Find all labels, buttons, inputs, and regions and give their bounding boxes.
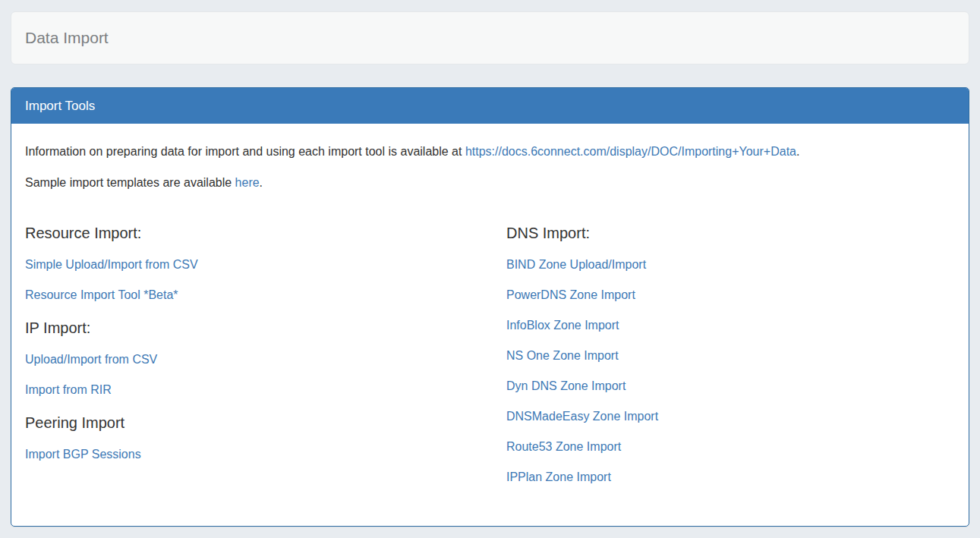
import-columns: Resource Import: Simple Upload/Import fr… xyxy=(25,224,955,501)
import-tools-panel: Import Tools Information on preparing da… xyxy=(11,87,969,527)
templates-here-link[interactable]: here xyxy=(235,176,260,189)
intro-line-templates: Sample import templates are available he… xyxy=(25,175,955,190)
section-resource-import: Resource Import: Simple Upload/Import fr… xyxy=(25,224,506,302)
section-heading-resource-import: Resource Import: xyxy=(25,224,506,242)
section-peering-import: Peering Import Import BGP Sessions xyxy=(25,414,506,461)
section-heading-dns-import: DNS Import: xyxy=(506,224,955,242)
intro-line-docs: Information on preparing data for import… xyxy=(25,143,955,159)
link-dns-route53-zone[interactable]: Route53 Zone Import xyxy=(506,440,955,454)
link-resource-simple-upload-csv[interactable]: Simple Upload/Import from CSV xyxy=(25,258,506,272)
link-dns-ipplan-zone[interactable]: IPPlan Zone Import xyxy=(506,470,955,484)
link-dns-bind-zone[interactable]: BIND Zone Upload/Import xyxy=(506,258,955,272)
link-dns-powerdns-zone[interactable]: PowerDNS Zone Import xyxy=(506,288,955,302)
panel-body: Information on preparing data for import… xyxy=(11,124,969,526)
link-dns-dnsmadeeasy-zone[interactable]: DNSMadeEasy Zone Import xyxy=(506,410,955,423)
section-heading-peering-import: Peering Import xyxy=(25,414,506,432)
docs-url-link[interactable]: https://docs.6connect.com/display/DOC/Im… xyxy=(465,145,796,158)
link-ip-upload-csv[interactable]: Upload/Import from CSV xyxy=(25,353,506,367)
intro-line-docs-period: . xyxy=(796,145,799,158)
link-resource-import-tool-beta[interactable]: Resource Import Tool *Beta* xyxy=(25,288,506,302)
link-dns-dyn-zone[interactable]: Dyn DNS Zone Import xyxy=(506,379,955,393)
intro-line-templates-text: Sample import templates are available xyxy=(25,176,235,189)
section-heading-ip-import: IP Import: xyxy=(25,319,506,337)
section-ip-import: IP Import: Upload/Import from CSV Import… xyxy=(25,319,506,397)
page-title: Data Import xyxy=(25,28,955,48)
section-dns-import: DNS Import: BIND Zone Upload/Import Powe… xyxy=(506,224,955,484)
link-dns-nsone-zone[interactable]: NS One Zone Import xyxy=(506,349,955,363)
link-ip-import-rir[interactable]: Import from RIR xyxy=(25,383,506,397)
left-column: Resource Import: Simple Upload/Import fr… xyxy=(25,224,506,501)
panel-heading: Import Tools xyxy=(11,88,969,124)
intro-text: Information on preparing data for import… xyxy=(25,143,955,190)
intro-line-docs-text: Information on preparing data for import… xyxy=(25,145,465,158)
link-peering-import-bgp-sessions[interactable]: Import BGP Sessions xyxy=(25,448,506,461)
intro-line-templates-period: . xyxy=(260,176,263,189)
page-title-bar: Data Import xyxy=(11,11,969,64)
right-column: DNS Import: BIND Zone Upload/Import Powe… xyxy=(506,224,955,501)
link-dns-infoblox-zone[interactable]: InfoBlox Zone Import xyxy=(506,319,955,332)
